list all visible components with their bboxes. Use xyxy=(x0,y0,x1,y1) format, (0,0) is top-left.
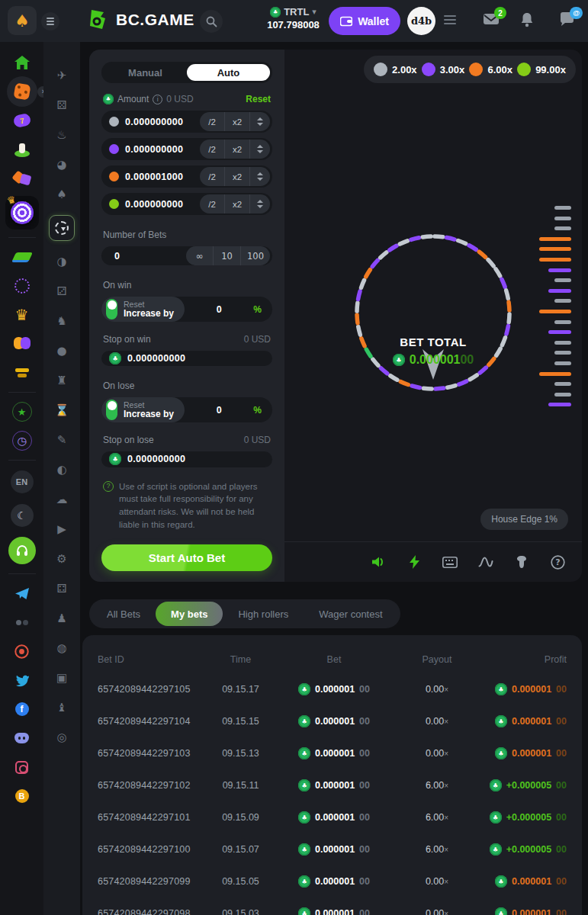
sidebar-item-game-ufo[interactable]: ◐ xyxy=(50,461,74,479)
currency-selector[interactable]: ♣ TRTL ▾ 107.798008 xyxy=(253,6,333,30)
social-discord[interactable] xyxy=(0,724,43,753)
notifications-button[interactable] xyxy=(520,12,538,30)
sidebar-item-game-crash[interactable]: ✈ xyxy=(50,66,74,85)
turbo-button[interactable] xyxy=(406,554,422,570)
amount-row-1[interactable]: 0.000000000/2x2 xyxy=(101,138,272,160)
sidebar-item-game-cards[interactable]: ♜ xyxy=(50,371,74,390)
sidebar-item-game-timer[interactable]: ⌛ xyxy=(50,401,74,419)
fairness-button[interactable] xyxy=(514,554,529,570)
on-lose-toggle[interactable]: Reset Increase by xyxy=(101,397,185,422)
menu-toggle-icon[interactable] xyxy=(41,12,59,30)
sidebar-item-current-game[interactable]: ♛ xyxy=(0,193,43,233)
table-row[interactable]: 6574208944229709909.15.05♣0.000001000.00… xyxy=(98,865,567,897)
support-button[interactable] xyxy=(0,532,43,569)
table-row[interactable]: 6574208944229710409.15.15♣0.000001000.00… xyxy=(98,705,567,737)
sidebar-item-casino[interactable]: › xyxy=(0,77,43,106)
tab-all-bets[interactable]: All Bets xyxy=(92,602,156,626)
sidebar-item-game-coinflip[interactable]: ⚂ xyxy=(50,282,74,300)
sidebar-item-game-mines[interactable]: ♨ xyxy=(50,126,74,144)
sidebar-item-promotions[interactable] xyxy=(0,164,43,193)
tab-high-rollers[interactable]: High rollers xyxy=(223,602,304,626)
amount-row-0[interactable]: 0.000000000/2x2 xyxy=(101,111,272,133)
sidebar-item-affiliate[interactable] xyxy=(0,358,43,387)
number-of-bets-input[interactable]: 0 ∞10100 xyxy=(101,246,272,265)
social-instagram[interactable] xyxy=(0,753,43,782)
sidebar-item-game-double-dice[interactable]: ⚃ xyxy=(50,580,74,598)
sidebar-item-game-plinko[interactable]: ♠ xyxy=(50,185,74,204)
sidebar-item-lottery[interactable] xyxy=(0,135,43,164)
sidebar-item-racing[interactable] xyxy=(0,242,43,271)
social-twitter[interactable] xyxy=(0,666,43,695)
reset-link[interactable]: Reset xyxy=(246,94,271,104)
theme-toggle[interactable]: ☾ xyxy=(0,499,43,532)
table-row[interactable]: 6574208944229710509.15.17♣0.000001000.00… xyxy=(98,673,567,705)
double-button[interactable]: x2 xyxy=(225,194,250,214)
sidebar-item-vip[interactable]: ♛ xyxy=(0,300,43,329)
amount-stepper[interactable] xyxy=(250,172,270,181)
chat-button[interactable]: @ xyxy=(559,12,577,30)
sidebar-item-game-limbo[interactable]: ◕ xyxy=(50,156,74,174)
hotkeys-button[interactable] xyxy=(442,554,458,570)
preset-∞[interactable]: ∞ xyxy=(186,246,214,265)
social-facebook[interactable]: f xyxy=(0,695,43,724)
sidebar-item-refer[interactable] xyxy=(0,329,43,358)
account-menu-icon[interactable] xyxy=(444,15,456,24)
sidebar-item-game-cloud[interactable]: ☁ xyxy=(50,490,74,509)
preset-10[interactable]: 10 xyxy=(214,246,241,265)
table-row[interactable]: 6574208944229710109.15.09♣0.000001006.00… xyxy=(98,801,567,833)
spade-logo-icon[interactable]: ♠ xyxy=(8,6,37,35)
sidebar-item-game-mask[interactable]: ♝ xyxy=(50,698,74,717)
sidebar-item-roulette[interactable] xyxy=(0,271,43,300)
tab-wager-contest[interactable]: Wager contest xyxy=(304,602,397,626)
wallet-button[interactable]: Wallet xyxy=(329,7,400,35)
language-button[interactable]: EN xyxy=(0,465,43,499)
table-row[interactable]: 6574208944229710309.15.13♣0.000001000.00… xyxy=(98,737,567,769)
sidebar-item-game-classic-dice[interactable]: ⚄ xyxy=(50,96,74,114)
sidebar-item-game-bomb[interactable]: ● xyxy=(50,342,74,360)
social-bitcoin[interactable]: B xyxy=(0,782,43,811)
user-avatar[interactable]: d4b xyxy=(407,7,435,35)
start-auto-bet-button[interactable]: Start Auto Bet xyxy=(101,544,272,571)
sidebar-item-game-seven-ball[interactable]: ◍ xyxy=(50,639,74,657)
table-row[interactable]: 6574208944229710209.15.11♣0.000001006.00… xyxy=(98,769,567,801)
double-button[interactable]: x2 xyxy=(225,140,250,159)
on-win-toggle[interactable]: Reset Increase by xyxy=(101,297,185,322)
sidebar-item-game-helmet[interactable]: ♟ xyxy=(50,609,74,628)
tab-auto[interactable]: Auto xyxy=(187,64,270,81)
double-button[interactable]: x2 xyxy=(225,112,250,131)
half-button[interactable]: /2 xyxy=(200,194,225,214)
multiplier-chip-3.00x[interactable]: 3.00x xyxy=(422,63,465,76)
search-button[interactable] xyxy=(200,10,223,33)
sidebar-item-game-twist[interactable]: ◑ xyxy=(50,252,74,271)
amount-row-2[interactable]: 0.000001000/2x2 xyxy=(101,165,272,188)
sidebar-item-favorites[interactable]: ★ xyxy=(0,397,43,426)
preset-100[interactable]: 100 xyxy=(241,246,270,265)
multiplier-chip-2.00x[interactable]: 2.00x xyxy=(374,63,417,76)
amount-stepper[interactable] xyxy=(250,200,270,208)
sidebar-item-game-jet[interactable]: ▶ xyxy=(50,520,74,538)
double-button[interactable]: x2 xyxy=(225,167,250,186)
on-win-value[interactable]: 0 xyxy=(185,304,253,315)
multiplier-chip-6.00x[interactable]: 6.00x xyxy=(469,63,512,76)
tab-manual[interactable]: Manual xyxy=(104,64,187,81)
social-generic[interactable] xyxy=(0,608,43,637)
half-button[interactable]: /2 xyxy=(200,140,225,159)
sidebar-item-recent[interactable]: ◷ xyxy=(0,426,43,455)
mail-button[interactable]: 2 xyxy=(483,12,501,30)
table-row[interactable]: 6574208944229709809.15.03♣0.000001000.00… xyxy=(98,897,567,915)
sidebar-item-game-target[interactable]: ◎ xyxy=(50,728,74,746)
amount-stepper[interactable] xyxy=(250,117,270,126)
stop-on-win-input[interactable]: ♣ 0.000000000 xyxy=(101,351,272,366)
stop-on-lose-input[interactable]: ♣ 0.000000000 xyxy=(101,451,272,467)
half-button[interactable]: /2 xyxy=(200,112,225,131)
sidebar-item-game-rocket[interactable]: ✎ xyxy=(50,431,74,449)
sidebar-item-home[interactable] xyxy=(0,48,43,77)
toggle-switch-icon[interactable] xyxy=(106,299,117,319)
sidebar-item-game-wheel[interactable] xyxy=(49,215,75,241)
brand-logo[interactable]: BC.GAME xyxy=(85,8,194,32)
multiplier-chip-99.00x[interactable]: 99.00x xyxy=(517,63,566,76)
half-button[interactable]: /2 xyxy=(200,167,225,186)
sound-button[interactable] xyxy=(371,554,386,570)
social-telegram[interactable] xyxy=(0,579,43,608)
table-row[interactable]: 6574208944229710009.15.07♣0.000001006.00… xyxy=(98,833,567,865)
